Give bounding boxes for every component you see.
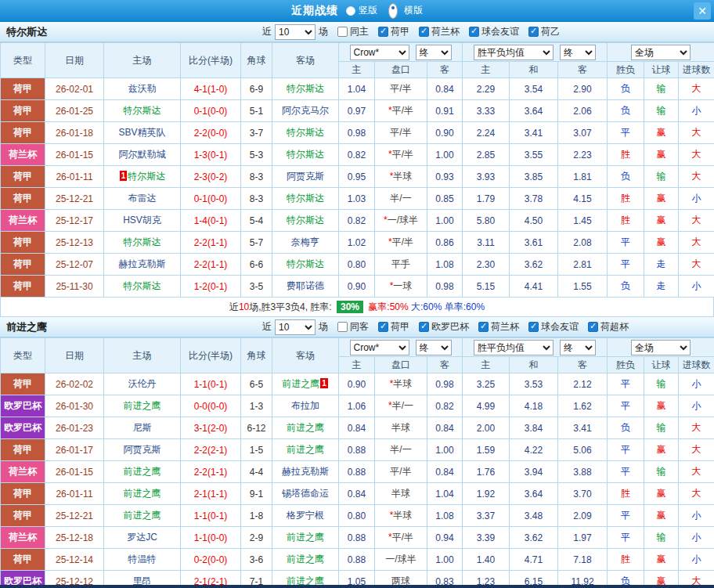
average-away-odds: 3.70 <box>558 483 608 505</box>
home-team-cell: 阿贾克斯 <box>104 439 181 461</box>
team-name[interactable]: 特尔斯达 <box>287 258 324 269</box>
average-home-odds: 3.37 <box>463 505 510 527</box>
team-name[interactable]: 特尔斯达 <box>124 105 161 116</box>
odds-final-select[interactable]: 终 <box>416 45 452 60</box>
team-name[interactable]: 赫拉克勒斯 <box>282 466 329 477</box>
subcolumn-header: 客 <box>558 62 608 78</box>
team-name[interactable]: 前进之鹰 <box>124 466 161 477</box>
average-final-select[interactable]: 终 <box>560 45 596 60</box>
checkbox-checked-icon[interactable] <box>528 27 539 37</box>
filter-荷甲[interactable]: 荷甲 <box>378 320 409 334</box>
team-name[interactable]: SBV精英队 <box>118 127 165 138</box>
result-goals: 大 <box>679 461 714 483</box>
team-name[interactable]: 兹沃勒 <box>128 83 157 94</box>
result-wdl-text: 负 <box>621 171 630 182</box>
match-row: 荷兰杯26-01-15阿尔默勒城1-3(0-1)5-3特尔斯达0.82*平/半1… <box>1 144 714 166</box>
team-name[interactable]: 阿贾克斯 <box>287 171 324 182</box>
team-name[interactable]: 阿贾克斯 <box>124 444 161 455</box>
team-name[interactable]: 前进之鹰 <box>287 422 324 433</box>
team-name[interactable]: 布拉加 <box>291 400 319 411</box>
team-name[interactable]: 奈梅亨 <box>291 236 319 247</box>
subcolumn-header: 盘口 <box>375 62 427 78</box>
team-name[interactable]: 布雷达 <box>128 193 157 204</box>
team-name[interactable]: 前进之鹰 <box>282 378 319 389</box>
team-name[interactable]: 前进之鹰 <box>287 554 324 565</box>
team-name[interactable]: 特尔斯达 <box>287 149 324 160</box>
average-final-select[interactable]: 终 <box>560 340 596 355</box>
filter-同客[interactable]: 同客 <box>337 320 369 334</box>
team-name[interactable]: 锡塔德命运 <box>282 488 329 499</box>
team-name[interactable]: 前进之鹰 <box>287 532 324 543</box>
odds-final-select[interactable]: 终 <box>416 340 452 355</box>
radio-selected-icon[interactable] <box>388 3 398 19</box>
wdl-average-select[interactable]: 胜平负均值 <box>474 340 554 355</box>
team-name[interactable]: 特尔斯达 <box>287 83 324 94</box>
checkbox-unchecked-icon[interactable] <box>337 27 348 37</box>
filter-欧罗巴杯[interactable]: 欧罗巴杯 <box>419 320 469 334</box>
team-name[interactable]: 特尔斯达 <box>124 280 161 291</box>
team-name[interactable]: 前进之鹰 <box>124 510 161 521</box>
checkbox-checked-icon[interactable] <box>378 27 388 37</box>
filter-球会友谊[interactable]: 球会友谊 <box>469 25 519 38</box>
team-name[interactable]: HSV胡克 <box>123 215 161 225</box>
bookmaker-select[interactable]: Crow* <box>350 340 409 355</box>
subcolumn-header: 主 <box>463 357 510 373</box>
checkbox-checked-icon[interactable] <box>588 322 598 332</box>
team-name[interactable]: 格罗宁根 <box>287 510 324 521</box>
team-name[interactable]: 特尔斯达 <box>124 236 161 247</box>
team-name[interactable]: 前进之鹰 <box>124 400 161 411</box>
summary-segment: 近 <box>229 301 239 314</box>
close-button[interactable]: ✕ <box>694 2 711 20</box>
away-team-cell: 特尔斯达 <box>272 122 339 144</box>
bookmaker-select[interactable]: Crow* <box>350 45 409 60</box>
match-count-select[interactable]: 10 <box>275 24 316 40</box>
match-count-select[interactable]: 10 <box>275 319 316 335</box>
result-goals: 大 <box>679 232 714 254</box>
away-team-cell: 特尔斯达 <box>272 254 339 276</box>
wdl-average-select[interactable]: 胜平负均值 <box>474 45 554 60</box>
checkbox-checked-icon[interactable] <box>419 322 429 332</box>
scope-select[interactable]: 全场 <box>631 45 691 60</box>
team-name[interactable]: 前进之鹰 <box>124 488 161 499</box>
team-name[interactable]: 尼斯 <box>133 422 152 433</box>
team-name[interactable]: 阿尔默勒城 <box>119 149 166 160</box>
corners: 8-3 <box>241 188 272 210</box>
team-name[interactable]: 特尔斯达 <box>128 171 165 182</box>
layout-option-horizontal[interactable]: 横版 <box>385 3 423 19</box>
team-name[interactable]: 沃伦丹 <box>128 378 157 389</box>
filter-荷甲[interactable]: 荷甲 <box>378 25 409 38</box>
filter-球会友谊[interactable]: 球会友谊 <box>528 320 579 334</box>
team-name[interactable]: 赫拉克勒斯 <box>119 258 166 269</box>
checkbox-checked-icon[interactable] <box>419 27 429 37</box>
average-draw-odds: 3.53 <box>510 373 558 395</box>
team-name[interactable]: 特尔斯达 <box>287 193 324 204</box>
average-away-odds: 2.90 <box>558 78 608 100</box>
team-name[interactable]: 特温特 <box>128 554 157 565</box>
team-name[interactable]: 费耶诺德 <box>287 280 324 291</box>
league-badge: 荷甲 <box>1 232 45 254</box>
result-wdl-text: 平 <box>621 236 630 247</box>
team-name[interactable]: 罗达JC <box>127 532 157 543</box>
radio-unselected-icon[interactable] <box>346 6 355 16</box>
match-row: 荷甲25-12-14特温特0-2(0-0)3-6前进之鹰0.88一/球半1.00… <box>1 549 714 571</box>
filter-同主[interactable]: 同主 <box>337 25 369 38</box>
subcolumn-header: 主 <box>339 357 375 373</box>
checkbox-checked-icon[interactable] <box>378 322 388 332</box>
filter-荷乙[interactable]: 荷乙 <box>528 25 560 38</box>
home-team-cell: 1特尔斯达 <box>104 166 181 188</box>
home-team-cell: 特尔斯达 <box>104 232 181 254</box>
team-name[interactable]: 阿尔克马尔 <box>282 105 329 116</box>
checkbox-checked-icon[interactable] <box>478 322 489 332</box>
home-team-cell: 前进之鹰 <box>104 483 181 505</box>
filter-荷兰杯[interactable]: 荷兰杯 <box>419 25 460 38</box>
checkbox-checked-icon[interactable] <box>528 322 539 332</box>
team-name[interactable]: 特尔斯达 <box>287 215 324 225</box>
checkbox-checked-icon[interactable] <box>469 27 479 37</box>
layout-option-vertical[interactable]: 竖版 <box>346 4 377 17</box>
team-name[interactable]: 前进之鹰 <box>287 444 324 455</box>
checkbox-unchecked-icon[interactable] <box>337 322 348 332</box>
scope-select[interactable]: 全场 <box>631 340 691 355</box>
team-name[interactable]: 特尔斯达 <box>287 127 324 138</box>
filter-荷兰杯[interactable]: 荷兰杯 <box>478 320 519 334</box>
filter-荷超杯[interactable]: 荷超杯 <box>588 320 629 334</box>
